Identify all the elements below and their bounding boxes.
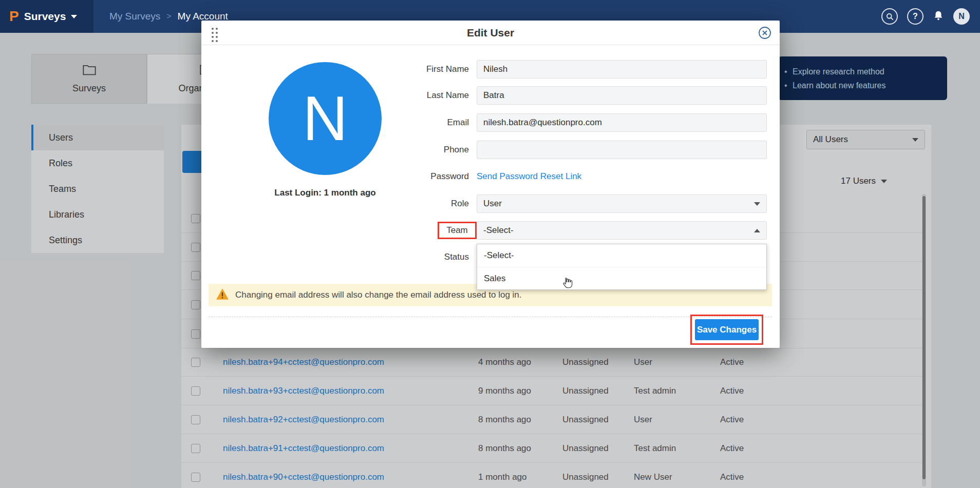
send-password-reset-link[interactable]: Send Password Reset Link bbox=[477, 167, 581, 186]
last-name-label: Last Name bbox=[355, 86, 469, 105]
team-label-annotation: Team bbox=[438, 222, 477, 239]
help-icon[interactable]: ? bbox=[907, 8, 924, 25]
role-select[interactable]: User bbox=[477, 194, 767, 213]
edit-user-modal: Edit User N Last Login: 1 month ago Firs… bbox=[201, 21, 780, 348]
chevron-up-icon bbox=[754, 229, 760, 232]
first-name-label: First Name bbox=[355, 60, 469, 79]
team-option-select[interactable]: -Select- bbox=[477, 244, 766, 267]
search-icon[interactable] bbox=[881, 8, 898, 25]
chevron-down-icon bbox=[754, 202, 760, 206]
warning-text: Changing email address will also change … bbox=[235, 290, 522, 300]
last-name-field[interactable] bbox=[477, 86, 767, 105]
breadcrumb-separator: > bbox=[166, 12, 171, 21]
team-select[interactable]: -Select- bbox=[477, 221, 767, 240]
save-button-annotation: Save Changes bbox=[690, 315, 763, 345]
save-changes-button[interactable]: Save Changes bbox=[695, 319, 759, 340]
footer-divider bbox=[209, 317, 772, 317]
password-label: Password bbox=[355, 167, 469, 186]
status-label: Status bbox=[355, 248, 469, 266]
screen: P Surveys My Surveys > My Account ? N Su… bbox=[0, 0, 980, 488]
email-label: Email bbox=[355, 113, 469, 132]
chevron-down-icon bbox=[71, 15, 77, 18]
navbar-actions: ? N bbox=[881, 0, 980, 33]
first-name-field[interactable] bbox=[477, 60, 767, 79]
team-label: Team bbox=[446, 225, 468, 236]
user-avatar[interactable]: N bbox=[953, 8, 970, 25]
product-switcher[interactable]: P Surveys bbox=[0, 0, 93, 33]
team-option-sales[interactable]: Sales bbox=[477, 267, 766, 289]
email-field[interactable] bbox=[477, 113, 767, 132]
warning-icon bbox=[216, 288, 229, 302]
modal-title: Edit User bbox=[201, 21, 780, 45]
team-dropdown-panel: -Select- Sales bbox=[477, 244, 767, 290]
notifications-bell-icon[interactable] bbox=[933, 10, 944, 23]
phone-label: Phone bbox=[355, 141, 469, 159]
phone-field[interactable] bbox=[477, 141, 767, 159]
brand-label: Surveys bbox=[24, 10, 66, 23]
questionpro-logo-icon: P bbox=[9, 9, 19, 24]
role-select-value: User bbox=[483, 199, 502, 209]
team-select-value: -Select- bbox=[483, 225, 514, 236]
breadcrumb-my-surveys[interactable]: My Surveys bbox=[109, 11, 160, 22]
close-icon[interactable] bbox=[758, 26, 771, 42]
role-label: Role bbox=[355, 194, 469, 213]
modal-header: Edit User bbox=[201, 21, 780, 45]
